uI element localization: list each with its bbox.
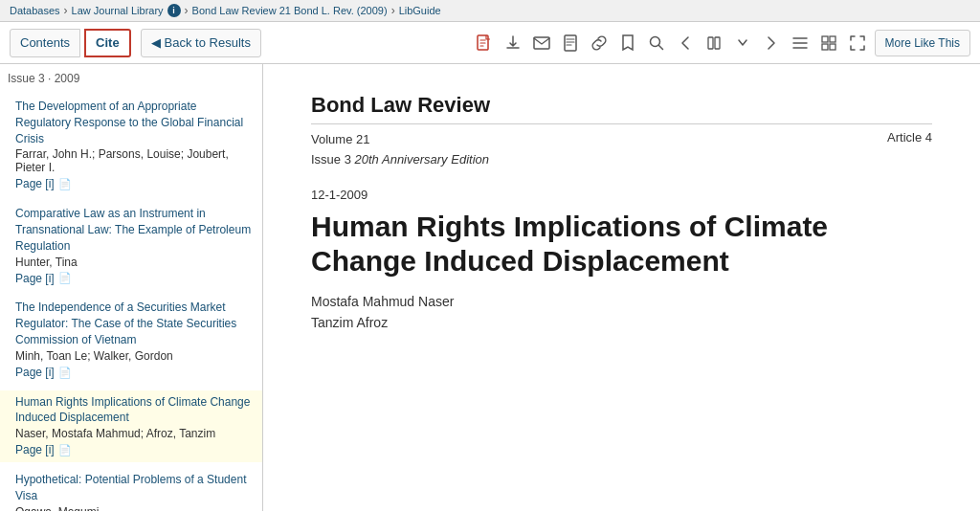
sidebar-item-5-title[interactable]: Hypothetical: Potential Problems of a St… xyxy=(15,473,246,502)
sidebar-item-1-page: Page [i] 📄 xyxy=(15,176,253,192)
sidebar-item-3-title[interactable]: The Independence of a Securities Market … xyxy=(15,301,236,346)
article-author-1: Mostafa Mahmud Naser xyxy=(311,294,932,309)
article-author-2: Tanzim Afroz xyxy=(311,315,932,330)
article-meta-row: Volume 21 Issue 3 20th Anniversary Editi… xyxy=(311,130,932,170)
document-icon[interactable] xyxy=(557,30,584,56)
download-icon[interactable] xyxy=(500,30,526,56)
svg-rect-8 xyxy=(822,44,828,50)
dual-bar-icon[interactable] xyxy=(701,30,727,56)
sidebar-item-4-author: Naser, Mostafa Mahmud; Afroz, Tanzim xyxy=(15,427,253,440)
svg-rect-6 xyxy=(822,36,828,42)
toolbar: Contents Cite ◀ Back to Results xyxy=(0,22,980,64)
bookmark-icon[interactable] xyxy=(614,30,641,56)
grid-view-icon[interactable] xyxy=(815,30,842,56)
breadcrumb-libguide[interactable]: LibGuide xyxy=(399,5,441,16)
sidebar: Issue 3 · 2009 The Development of an App… xyxy=(0,64,263,511)
sidebar-item-1-author: Farrar, John H.; Parsons, Louise; Jouber… xyxy=(15,147,253,174)
svg-rect-7 xyxy=(830,36,835,42)
sidebar-item-4-page: Page [i] 📄 xyxy=(15,442,253,458)
sidebar-item-4: Human Rights Implications of Climate Cha… xyxy=(0,390,262,462)
article-title: Human Rights Implications of Climate Cha… xyxy=(311,210,932,278)
sidebar-item-1: The Development of an Appropriate Regula… xyxy=(0,95,262,196)
svg-rect-4 xyxy=(708,37,713,49)
tab-contents[interactable]: Contents xyxy=(10,29,80,57)
svg-rect-2 xyxy=(565,35,576,51)
sidebar-item-2-page: Page [i] 📄 xyxy=(15,271,253,287)
sidebar-item-5: Hypothetical: Potential Problems of a St… xyxy=(0,468,262,511)
svg-rect-9 xyxy=(830,44,835,50)
tab-cite[interactable]: Cite xyxy=(84,29,131,57)
breadcrumb-sep-3: › xyxy=(391,4,395,17)
next-icon[interactable] xyxy=(758,30,785,56)
sidebar-header: Issue 3 · 2009 xyxy=(0,70,262,89)
expand-icon[interactable] xyxy=(844,30,871,56)
pdf-small-icon-2: 📄 xyxy=(58,272,72,284)
sidebar-item-5-author: Ogawa, Megumi xyxy=(15,505,253,511)
article-date: 12-1-2009 xyxy=(311,188,932,202)
sidebar-item-2-author: Hunter, Tina xyxy=(15,256,253,269)
breadcrumb-sep-2: › xyxy=(185,4,189,17)
pdf-small-icon-4: 📄 xyxy=(58,444,72,456)
article-divider xyxy=(311,123,932,124)
article-journal-title: Bond Law Review xyxy=(311,93,932,118)
breadcrumb-law-journal[interactable]: Law Journal Library xyxy=(72,5,164,16)
article-content: Bond Law Review Volume 21 Issue 3 20th A… xyxy=(263,64,980,511)
prev-icon[interactable] xyxy=(672,30,699,56)
back-arrow-icon: ◀ xyxy=(151,35,161,50)
article-volume: Volume 21 xyxy=(311,130,489,150)
article-meta-left: Volume 21 Issue 3 20th Anniversary Editi… xyxy=(311,130,489,170)
dropdown-icon[interactable] xyxy=(729,30,756,56)
sidebar-item-3-page: Page [i] 📄 xyxy=(15,365,253,381)
email-icon[interactable] xyxy=(528,30,555,56)
sidebar-item-4-title[interactable]: Human Rights Implications of Climate Cha… xyxy=(15,395,250,425)
back-to-results-button[interactable]: ◀ Back to Results xyxy=(141,29,261,57)
breadcrumb: Databases › Law Journal Library i › Bond… xyxy=(0,0,980,22)
toolbar-icon-group xyxy=(471,30,871,56)
more-like-this-button[interactable]: More Like This xyxy=(875,30,970,56)
article-issue: Issue 3 20th Anniversary Edition xyxy=(311,150,489,170)
svg-rect-1 xyxy=(534,37,549,49)
breadcrumb-databases[interactable]: Databases xyxy=(10,5,60,16)
breadcrumb-sep-1: › xyxy=(64,4,68,17)
sidebar-item-2-title[interactable]: Comparative Law as an Instrument in Tran… xyxy=(15,207,251,253)
sidebar-item-3-author: Minh, Toan Le; Walker, Gordon xyxy=(15,349,253,363)
pdf-small-icon-1: 📄 xyxy=(58,178,72,190)
link-icon[interactable] xyxy=(586,30,612,56)
sidebar-item-3: The Independence of a Securities Market … xyxy=(0,296,262,384)
main-layout: Issue 3 · 2009 The Development of an App… xyxy=(0,64,980,511)
sidebar-item-2: Comparative Law as an Instrument in Tran… xyxy=(0,202,262,290)
breadcrumb-bond-review[interactable]: Bond Law Review 21 Bond L. Rev. (2009) xyxy=(192,5,388,16)
search-icon[interactable] xyxy=(643,30,670,56)
list-view-icon[interactable] xyxy=(787,30,813,56)
article-number: Article 4 xyxy=(887,130,932,170)
svg-rect-5 xyxy=(715,37,720,49)
sidebar-item-1-title[interactable]: The Development of an Appropriate Regula… xyxy=(15,100,243,145)
info-icon[interactable]: i xyxy=(167,4,181,17)
pdf-small-icon-3: 📄 xyxy=(58,367,72,379)
pdf-icon[interactable] xyxy=(471,30,498,56)
